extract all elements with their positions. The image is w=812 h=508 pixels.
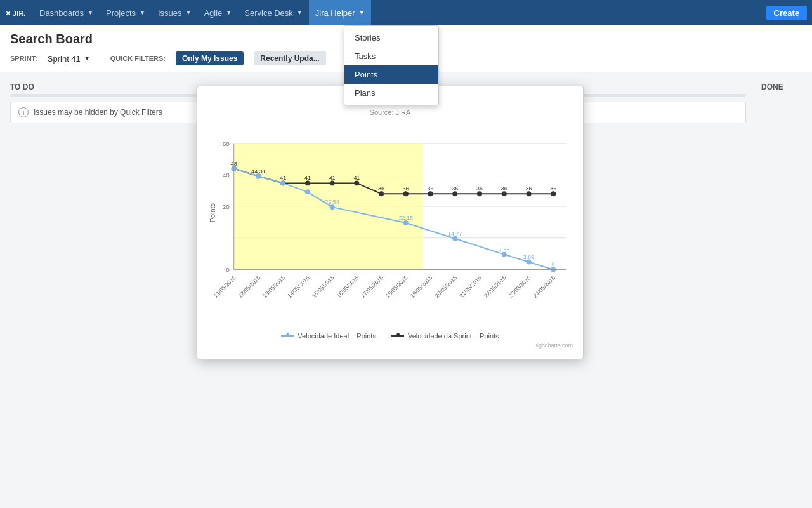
svg-text:11/05/2015: 11/05/2015 <box>213 274 237 299</box>
svg-rect-11 <box>234 144 423 270</box>
column-done-header: Done <box>756 77 807 94</box>
legend-sprint-line <box>391 335 404 337</box>
svg-text:40: 40 <box>223 171 230 178</box>
svg-text:17/05/2015: 17/05/2015 <box>360 274 384 299</box>
legend-sprint: Velocidade da Sprint – Points <box>391 332 499 340</box>
info-icon: i <box>18 107 29 117</box>
svg-text:14.77: 14.77 <box>448 231 462 237</box>
dropdown-points[interactable]: Points <box>344 65 438 84</box>
projects-caret: ▼ <box>140 10 145 16</box>
nav-jira-helper[interactable]: Jira Helper ▼ <box>309 0 371 25</box>
svg-point-42 <box>305 189 310 194</box>
svg-text:22/05/2015: 22/05/2015 <box>483 274 508 299</box>
dashboards-caret: ▼ <box>88 10 93 16</box>
top-navigation: ✕ JIRA Dashboards ▼ Projects ▼ Issues ▼ … <box>0 0 812 25</box>
filter-recently-updated[interactable]: Recently Upda... <box>254 51 325 65</box>
svg-text:36: 36 <box>501 185 508 192</box>
svg-text:12/05/2015: 12/05/2015 <box>237 274 262 299</box>
service-desk-caret: ▼ <box>297 10 303 16</box>
burndown-svg: 60 40 20 0 Points <box>207 124 573 314</box>
svg-text:24/05/2015: 24/05/2015 <box>532 274 556 299</box>
svg-text:41: 41 <box>329 175 336 181</box>
svg-point-47 <box>527 260 532 265</box>
svg-text:44.31: 44.31 <box>251 168 265 175</box>
svg-text:14/05/2015: 14/05/2015 <box>286 274 311 299</box>
svg-text:19/05/2015: 19/05/2015 <box>409 274 434 299</box>
svg-text:36: 36 <box>526 185 532 192</box>
legend-ideal: Velocidade Ideal – Points <box>281 332 376 340</box>
svg-text:22.15: 22.15 <box>399 215 413 221</box>
highcharts-credit: Highcharts.com <box>207 342 573 349</box>
jira-logo: ✕ JIRA <box>5 6 25 19</box>
svg-text:36: 36 <box>452 185 458 192</box>
sprint-caret: ▼ <box>84 55 90 62</box>
svg-text:41: 41 <box>353 175 360 181</box>
agile-caret: ▼ <box>226 10 232 16</box>
svg-text:41: 41 <box>304 175 311 181</box>
nav-issues[interactable]: Issues ▼ <box>152 0 198 25</box>
svg-text:21/05/2015: 21/05/2015 <box>458 274 483 299</box>
sprint-label: SPRINT: <box>10 55 37 62</box>
svg-point-19 <box>428 191 433 196</box>
svg-point-23 <box>527 191 532 196</box>
svg-point-46 <box>502 252 507 257</box>
issues-caret: ▼ <box>186 10 192 16</box>
quick-filters-label: QUICK FILTERS: <box>110 55 166 62</box>
dropdown-stories[interactable]: Stories <box>344 29 438 47</box>
svg-text:7.38: 7.38 <box>499 246 509 253</box>
svg-text:36: 36 <box>428 185 434 192</box>
chart-subtitle: Source: JIRA <box>207 109 573 116</box>
nav-dashboards[interactable]: Dashboards ▼ <box>33 0 100 25</box>
nav-service-desk[interactable]: Service Desk ▼ <box>238 0 309 25</box>
svg-point-18 <box>403 191 409 196</box>
svg-text:36: 36 <box>403 185 409 192</box>
svg-text:36: 36 <box>550 185 556 192</box>
dropdown-plans[interactable]: Plans <box>344 84 438 102</box>
column-done: Done <box>756 77 807 499</box>
svg-point-20 <box>452 191 457 196</box>
svg-point-24 <box>551 191 556 196</box>
svg-point-15 <box>330 180 335 185</box>
svg-text:23/05/2015: 23/05/2015 <box>508 274 532 299</box>
svg-text:18/05/2015: 18/05/2015 <box>384 274 409 299</box>
jira-helper-dropdown: Stories Tasks Points Plans <box>344 25 439 105</box>
svg-point-41 <box>280 180 285 185</box>
filter-only-my-issues[interactable]: Only My Issues <box>176 51 244 65</box>
svg-text:15/05/2015: 15/05/2015 <box>311 274 336 299</box>
svg-text:41: 41 <box>280 175 286 181</box>
svg-point-44 <box>403 220 409 225</box>
svg-point-40 <box>256 173 261 178</box>
svg-text:Points: Points <box>209 203 216 222</box>
create-button[interactable]: Create <box>766 6 807 20</box>
svg-text:3.69: 3.69 <box>523 254 534 260</box>
svg-text:20: 20 <box>223 203 230 210</box>
svg-text:29.54: 29.54 <box>325 199 339 205</box>
svg-text:36: 36 <box>378 185 384 192</box>
dropdown-tasks[interactable]: Tasks <box>344 47 438 65</box>
svg-text:0: 0 <box>552 261 555 267</box>
svg-point-16 <box>354 180 359 185</box>
svg-point-17 <box>379 191 384 196</box>
chart-legend: Velocidade Ideal – Points Velocidade da … <box>207 332 573 340</box>
burndown-chart-overlay: Points BurnDown Source: JIRA 60 40 20 0 … <box>197 86 584 359</box>
nav-agile[interactable]: Agile ▼ <box>197 0 238 25</box>
svg-text:20/05/2015: 20/05/2015 <box>434 274 459 299</box>
svg-text:36: 36 <box>476 185 483 192</box>
chart-svg-container: 60 40 20 0 Points <box>207 124 573 327</box>
svg-text:13/05/2015: 13/05/2015 <box>261 274 286 299</box>
svg-text:60: 60 <box>223 140 230 147</box>
svg-point-45 <box>452 236 457 241</box>
svg-point-43 <box>330 204 335 210</box>
nav-projects[interactable]: Projects ▼ <box>100 0 152 25</box>
svg-point-22 <box>502 191 507 196</box>
svg-text:✕ JIRA: ✕ JIRA <box>5 10 25 17</box>
legend-ideal-line <box>281 335 294 337</box>
svg-point-21 <box>477 191 482 196</box>
jira-helper-caret: ▼ <box>359 10 365 16</box>
sprint-selector[interactable]: Sprint 41 ▼ <box>48 54 90 64</box>
svg-text:0: 0 <box>226 266 230 273</box>
svg-point-14 <box>305 180 310 185</box>
svg-text:16/05/2015: 16/05/2015 <box>336 274 360 299</box>
